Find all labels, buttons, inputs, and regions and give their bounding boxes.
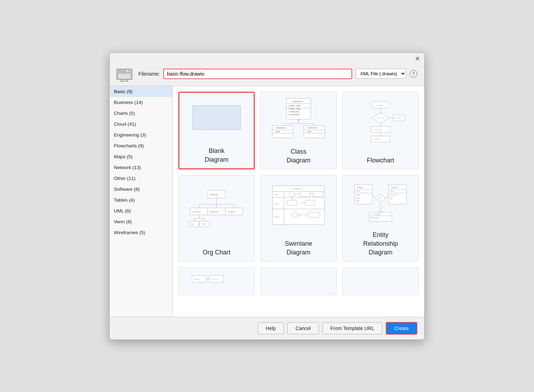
svg-rect-2: [118, 74, 131, 79]
svg-marker-33: [298, 119, 299, 121]
svg-text:Entity1: Entity1: [357, 186, 363, 188]
svg-line-112: [372, 194, 375, 198]
sidebar-item-business[interactable]: Business (14): [110, 97, 172, 108]
sidebar-item-maps[interactable]: Maps (5): [110, 151, 172, 162]
svg-rect-84: [300, 191, 310, 197]
svg-text:PK id: PK id: [356, 190, 360, 192]
template-org-chart[interactable]: Manager Employee Employee: [178, 175, 255, 262]
er-diagram-preview: Entity1 PK id name value date Entity2 PK…: [343, 175, 418, 226]
filetype-help-icon[interactable]: ?: [410, 70, 417, 78]
svg-rect-85: [313, 191, 323, 197]
svg-text:Late start?: Late start?: [376, 104, 383, 106]
sidebar-item-other[interactable]: Other (11): [110, 173, 172, 184]
svg-text:SubClass1: SubClass1: [276, 127, 286, 129]
svg-text:ClassName: ClassName: [292, 100, 303, 103]
svg-text:+ field1: Type: + field1: Type: [288, 105, 301, 107]
flowchart-label: Flowchart: [363, 152, 398, 169]
category-sidebar: Basic (9) Business (14) Charts (5) Cloud…: [110, 86, 173, 317]
template-simple1[interactable]: Object Object: [178, 267, 255, 295]
sidebar-item-cloud[interactable]: Cloud (41): [110, 119, 172, 130]
disk-icon: [115, 66, 134, 82]
template-swimlane-diagram[interactable]: Process Lane 1 Lane 2 Lane 3: [260, 175, 337, 262]
dialog-body: Basic (9) Business (14) Charts (5) Cloud…: [110, 86, 424, 317]
svg-text:Object: Object: [211, 278, 218, 280]
svg-text:Entity2: Entity2: [391, 186, 397, 188]
svg-text:Staff: Staff: [191, 223, 194, 225]
svg-text:+ field: + field: [306, 131, 311, 133]
sidebar-item-uml[interactable]: UML (8): [110, 205, 172, 216]
svg-text:+ method1(): + method1(): [288, 111, 300, 113]
template-grid: BlankDiagram ClassName + field1: Type + …: [178, 92, 419, 295]
dialog-header: Filename: XML File (.drawio) ?: [110, 63, 424, 86]
org-chart-label: Org Chart: [198, 244, 234, 261]
svg-text:Manager: Manager: [210, 194, 219, 196]
svg-text:Employee: Employee: [210, 211, 218, 213]
svg-text:+ field2: Type: + field2: Type: [288, 108, 301, 110]
template-class-diagram[interactable]: ClassName + field1: Type + field2: Type …: [260, 92, 337, 169]
sidebar-item-wireframes[interactable]: Wireframes (5): [110, 227, 172, 238]
svg-text:Pack to bag: Pack to bag: [374, 129, 382, 131]
svg-rect-86: [287, 201, 297, 206]
sidebar-item-flowcharts[interactable]: Flowcharts (9): [110, 140, 172, 151]
help-button[interactable]: Help: [258, 322, 284, 334]
svg-text:name: name: [356, 194, 360, 196]
template-area: BlankDiagram ClassName + field1: Type + …: [173, 86, 424, 317]
sidebar-item-software[interactable]: Software (8): [110, 184, 172, 195]
flowchart-preview: Late start? Take to bus Pack to bag Ride…: [343, 92, 418, 152]
template-er-diagram[interactable]: Entity1 PK id name value date Entity2 PK…: [342, 175, 419, 262]
svg-text:PK id  name: PK id name: [371, 217, 379, 219]
svg-text:Employee: Employee: [193, 211, 200, 213]
svg-text:has: has: [378, 198, 381, 200]
sidebar-item-network[interactable]: Network (13): [110, 162, 172, 173]
svg-text:info: info: [390, 197, 393, 199]
template-simple3[interactable]: [342, 267, 419, 295]
svg-text:value: value: [356, 197, 360, 199]
create-button[interactable]: Create: [386, 322, 417, 335]
filename-input[interactable]: [163, 69, 352, 79]
svg-point-83: [289, 191, 295, 197]
svg-text:Employee: Employee: [228, 211, 235, 213]
svg-text:Staff: Staff: [202, 223, 205, 225]
svg-text:Take to bus: Take to bus: [377, 117, 385, 119]
svg-text:date: date: [356, 200, 359, 202]
sidebar-item-tables[interactable]: Tables (4): [110, 195, 172, 205]
dialog-footer: Help Cancel From Template URL Create: [110, 317, 424, 340]
cancel-button[interactable]: Cancel: [287, 322, 319, 334]
sidebar-item-charts[interactable]: Charts (5): [110, 108, 172, 119]
swimlane-preview: Process Lane 1 Lane 2 Lane 3: [261, 175, 336, 235]
svg-text:Lane 1: Lane 1: [274, 194, 279, 196]
svg-point-6: [128, 70, 129, 71]
svg-text:+ field: + field: [274, 131, 280, 133]
dialog-titlebar: ✕: [110, 53, 424, 63]
svg-text:Ride a bike: Ride a bike: [393, 117, 401, 119]
svg-line-113: [386, 194, 389, 198]
swimlane-diagram-label: SwimlaneDiagram: [281, 235, 316, 261]
new-diagram-dialog: ✕ Filename: XML File (.drawio) ?: [109, 52, 425, 340]
sidebar-item-engineering[interactable]: Engineering (3): [110, 130, 172, 140]
svg-text:Lane 3: Lane 3: [274, 216, 279, 218]
filetype-select[interactable]: XML File (.drawio): [356, 69, 406, 79]
sidebar-item-basic[interactable]: Basic (9): [110, 86, 172, 97]
svg-text:+ method2(): + method2(): [288, 113, 300, 115]
svg-text:Process: Process: [294, 188, 301, 190]
svg-text:Object: Object: [194, 278, 200, 280]
svg-text:Entity3: Entity3: [375, 213, 381, 215]
template-simple2[interactable]: [260, 267, 337, 295]
template-blank-diagram[interactable]: BlankDiagram: [178, 92, 255, 169]
filename-row: Filename: XML File (.drawio) ?: [138, 69, 417, 79]
filename-label: Filename:: [138, 71, 160, 77]
svg-rect-89: [308, 212, 320, 218]
er-diagram-label: EntityRelationshipDiagram: [359, 226, 402, 261]
blank-diagram-preview: [179, 93, 254, 142]
svg-text:PK id: PK id: [390, 190, 394, 192]
class-diagram-preview: ClassName + field1: Type + field2: Type …: [261, 92, 336, 143]
org-chart-preview: Manager Employee Employee: [179, 175, 254, 244]
from-template-url-button[interactable]: From Template URL: [322, 322, 382, 334]
svg-text:FK e1_id: FK e1_id: [390, 194, 397, 196]
close-button[interactable]: ✕: [415, 56, 420, 62]
svg-rect-87: [305, 201, 315, 206]
sidebar-item-venn[interactable]: Venn (8): [110, 216, 172, 227]
svg-text:Report time: Report time: [374, 138, 382, 140]
template-flowchart[interactable]: Late start? Take to bus Pack to bag Ride…: [342, 92, 419, 169]
blank-diagram-label: BlankDiagram: [200, 142, 233, 168]
